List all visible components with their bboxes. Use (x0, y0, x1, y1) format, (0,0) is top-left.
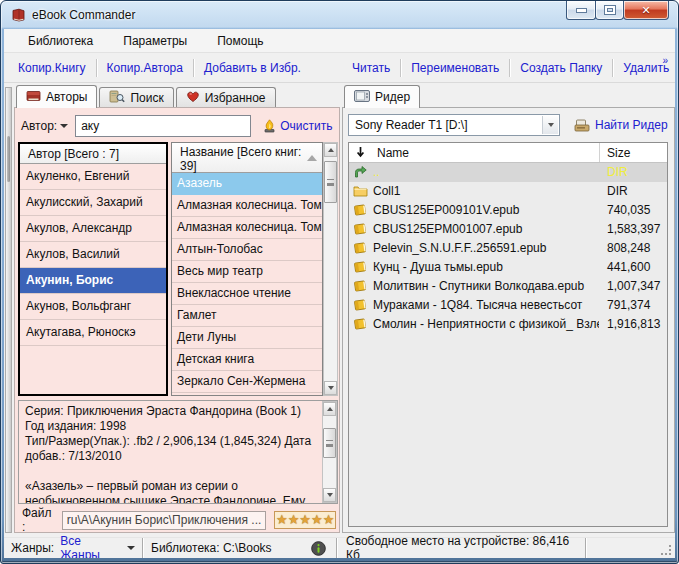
menu-options[interactable]: Параметры (114, 31, 196, 51)
tab-search[interactable]: Поиск (99, 87, 173, 107)
book-row[interactable]: Алмазная колесница. Том 1 (172, 195, 322, 217)
triangle-up-icon (327, 407, 333, 411)
book-row[interactable]: Детская книга (172, 349, 322, 371)
book-row-selected[interactable]: Азазель (172, 173, 322, 195)
details-scrollbar[interactable] (322, 401, 337, 503)
library-panel: Авторы Поиск Избранное Автор: (14, 85, 340, 533)
book-list-header[interactable]: Название [Всего книг: 39] (172, 143, 322, 173)
book-row[interactable]: Алмазная колесница. Том 2 (172, 217, 322, 239)
find-reader-button[interactable]: Найти Ридер (574, 118, 668, 132)
scroll-down-button[interactable] (324, 381, 337, 395)
author-row[interactable]: Акутагава, Рюноскэ (20, 320, 166, 346)
toolbar-rename-button[interactable]: Переименовать (403, 57, 507, 79)
menu-help[interactable]: Помощь (208, 31, 272, 51)
toolbar-separator (400, 59, 401, 77)
triangle-down-icon (328, 386, 334, 390)
toolbar-overflow-chevron[interactable]: » (662, 55, 668, 66)
parent-dir-row[interactable]: .. DIR (349, 163, 667, 182)
size-column-header[interactable]: Size (607, 146, 630, 160)
file-size: 1,007,347 (607, 277, 660, 295)
sort-descending-icon (356, 146, 365, 161)
title-bar[interactable]: eBook Commander ✕ (1, 1, 678, 29)
device-file-row[interactable]: Молитвин - Спутники Волкодава.epub 1,007… (349, 277, 667, 296)
file-size: DIR (607, 163, 628, 181)
device-dock-icon (574, 119, 590, 132)
clear-filter-button[interactable]: Очистить (263, 119, 332, 133)
author-row[interactable]: Акунов, Вольфганг (20, 294, 166, 320)
file-size: DIR (607, 182, 628, 200)
maximize-button[interactable] (595, 1, 624, 20)
book-icon (26, 89, 41, 105)
rating-control[interactable]: ★★★★★ (274, 511, 336, 529)
column-separator[interactable] (599, 143, 600, 162)
name-column-header[interactable]: Name (377, 146, 409, 160)
scroll-thumb[interactable] (324, 161, 337, 203)
author-row-selected[interactable]: Акунин, Борис (20, 268, 166, 294)
genres-dropdown[interactable]: Все Жанры (60, 534, 122, 558)
author-row[interactable]: Акуленко, Евгений (20, 164, 166, 190)
author-filter-input[interactable] (75, 115, 251, 137)
tab-label: Поиск (130, 91, 163, 105)
tab-favorites[interactable]: Избранное (176, 87, 276, 107)
book-list-header-label: Название [Всего книг: 39] (180, 145, 301, 173)
book-row[interactable]: Дети Луны (172, 327, 322, 349)
ereader-icon (354, 90, 370, 105)
device-file-row[interactable]: Pelevin_S.N.U.F.F..256591.epub 808,248 (349, 239, 667, 258)
tab-authors[interactable]: Авторы (16, 85, 97, 108)
toolbar-copy-book-button[interactable]: Копир.Книгу (10, 57, 94, 79)
device-table-header[interactable]: Name Size (349, 143, 667, 163)
splitter-grip[interactable] (7, 136, 10, 182)
menu-library[interactable]: Библиотека (19, 31, 102, 51)
device-file-row[interactable]: CBUS125EP009101V.epub 740,035 (349, 201, 667, 220)
scroll-up-button[interactable] (323, 402, 336, 416)
maximize-icon (605, 6, 615, 14)
toolbar-copy-author-button[interactable]: Копир.Автора (99, 57, 191, 79)
toolbar-separator (193, 59, 194, 77)
author-row[interactable]: Акулов, Василий (20, 242, 166, 268)
file-name: Смолин - Неприятности с физикой_ Взле (373, 315, 599, 333)
resize-grip[interactable] (661, 544, 672, 555)
device-select-value: Sony Reader T1 [D:\] (349, 118, 468, 132)
clear-filter-label: Очистить (280, 119, 332, 133)
toolbar-create-folder-button[interactable]: Создать Папку (512, 57, 610, 79)
scroll-down-button[interactable] (323, 488, 336, 502)
chevron-down-icon[interactable] (542, 116, 558, 134)
file-size: 791,374 (607, 296, 650, 314)
book-row[interactable]: Внеклассное чтение (172, 283, 322, 305)
toolbar-add-favorite-button[interactable]: Добавить в Избр. (196, 57, 309, 79)
device-select[interactable]: Sony Reader T1 [D:\] (348, 114, 560, 136)
device-file-row[interactable]: Мураками - 1Q84. Тысяча невестьсот 791,3… (349, 296, 667, 315)
author-list: Автор [Всего : 7] Акуленко, Евгений Акул… (18, 142, 168, 396)
device-file-row[interactable]: Смолин - Неприятности с физикой_ Взле 1,… (349, 315, 667, 334)
device-file-table: Name Size .. DIR Coll1 DIR (348, 142, 668, 527)
file-size: 740,035 (607, 201, 650, 219)
book-list-scrollbar[interactable] (323, 142, 338, 396)
chevron-down-icon[interactable] (127, 546, 135, 550)
author-list-header[interactable]: Автор [Всего : 7] (20, 144, 166, 164)
thumb-grip (327, 179, 334, 184)
file-size: 1,583,397 (607, 220, 660, 238)
authors-tab-panel: Автор: Очистить Автор [Всего : 7] Акулен… (14, 107, 340, 533)
file-name: Кунц - Душа тьмы.epub (373, 258, 599, 276)
scroll-up-button[interactable] (324, 143, 337, 157)
minimize-button[interactable] (566, 1, 596, 20)
device-folder-row[interactable]: Coll1 DIR (349, 182, 667, 201)
file-path-input[interactable] (62, 511, 266, 530)
file-size: 1,916,813 (607, 315, 660, 333)
close-button[interactable]: ✕ (623, 1, 669, 20)
book-row[interactable]: Весь мир театр (172, 261, 322, 283)
author-row[interactable]: Акулов, Александр (20, 216, 166, 242)
chevron-down-icon[interactable] (60, 124, 68, 128)
book-row[interactable]: Зеркало Сен-Жермена (172, 371, 322, 393)
book-row[interactable]: Гамлет (172, 305, 322, 327)
info-icon[interactable] (311, 541, 326, 556)
left-splitter[interactable] (5, 87, 12, 533)
book-row[interactable]: Алтын-Толобас (172, 239, 322, 261)
device-file-row[interactable]: Кунц - Душа тьмы.epub 441,600 (349, 258, 667, 277)
file-size: 441,600 (607, 258, 650, 276)
tab-reader[interactable]: Ридер (344, 85, 420, 108)
scroll-thumb[interactable] (323, 428, 336, 458)
device-file-row[interactable]: CBUS125EPM001007.epub 1,583,397 (349, 220, 667, 239)
author-row[interactable]: Акулисский, Захарий (20, 190, 166, 216)
toolbar-read-button[interactable]: Читать (344, 57, 398, 79)
